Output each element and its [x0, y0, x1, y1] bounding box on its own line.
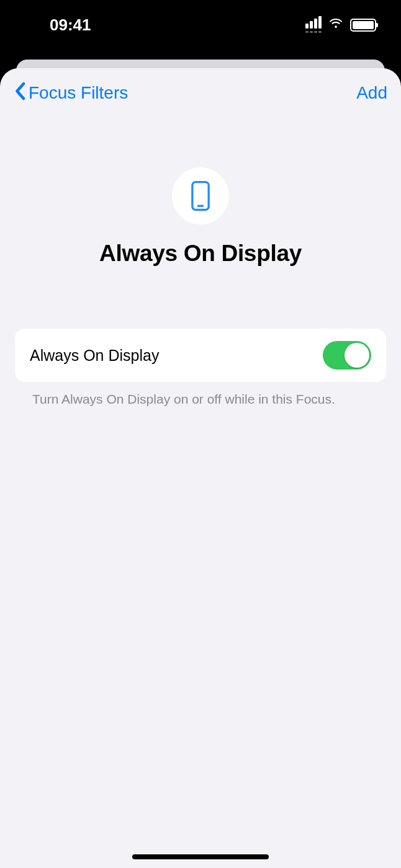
- back-label: Focus Filters: [29, 83, 128, 103]
- chevron-left-icon: [14, 82, 26, 105]
- modal-sheet: Focus Filters Add Always On Display Alwa…: [0, 68, 401, 868]
- battery-icon: [350, 19, 376, 32]
- always-on-display-row: Always On Display: [15, 329, 386, 382]
- add-button[interactable]: Add: [356, 83, 387, 103]
- page-title: Always On Display: [99, 241, 302, 267]
- wifi-icon: [328, 16, 344, 34]
- settings-group: Always On Display Turn Always On Display…: [15, 329, 386, 407]
- setting-footer-text: Turn Always On Display on or off while i…: [15, 382, 386, 407]
- home-indicator[interactable]: [132, 854, 269, 859]
- status-bar: 09:41: [0, 0, 401, 56]
- toggle-knob: [345, 343, 369, 368]
- phone-icon: [172, 167, 229, 224]
- status-time: 09:41: [50, 16, 91, 35]
- always-on-display-toggle[interactable]: [323, 341, 371, 370]
- hero-section: Always On Display: [0, 167, 401, 267]
- navigation-bar: Focus Filters Add: [0, 68, 401, 118]
- svg-rect-1: [197, 205, 204, 206]
- setting-label: Always On Display: [30, 347, 159, 365]
- cellular-icon: [305, 17, 322, 33]
- back-button[interactable]: Focus Filters: [14, 82, 128, 105]
- status-indicators: [305, 16, 376, 34]
